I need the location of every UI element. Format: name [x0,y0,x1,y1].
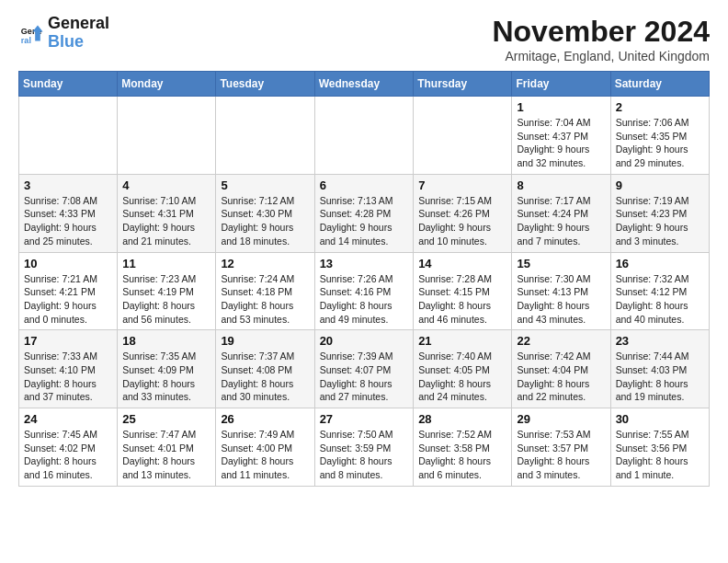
day-info: Sunrise: 7:49 AMSunset: 4:00 PMDaylight:… [221,428,309,482]
day-number: 5 [221,178,309,192]
location-title: Armitage, England, United Kingdom [492,49,710,63]
logo-text: General Blue [48,15,109,52]
day-cell: 4Sunrise: 7:10 AMSunset: 4:31 PMDaylight… [118,174,216,252]
day-number: 30 [616,412,704,426]
week-row-2: 3Sunrise: 7:08 AMSunset: 4:33 PMDaylight… [19,174,710,252]
day-info: Sunrise: 7:17 AMSunset: 4:24 PMDaylight:… [517,194,605,248]
day-info: Sunrise: 7:08 AMSunset: 4:33 PMDaylight:… [24,194,112,248]
day-number: 13 [320,257,409,270]
day-cell: 5Sunrise: 7:12 AMSunset: 4:30 PMDaylight… [216,174,314,252]
day-cell: 28Sunrise: 7:52 AMSunset: 3:58 PMDayligh… [414,408,512,487]
day-cell: 6Sunrise: 7:13 AMSunset: 4:28 PMDaylight… [314,174,414,252]
calendar-body: 1Sunrise: 7:04 AMSunset: 4:37 PMDaylight… [19,97,710,487]
day-cell: 16Sunrise: 7:32 AMSunset: 4:12 PMDayligh… [610,252,709,330]
day-cell: 19Sunrise: 7:37 AMSunset: 4:08 PMDayligh… [216,330,314,408]
day-number: 25 [122,412,210,426]
title-area: November 2024 Armitage, England, United … [492,15,710,63]
day-number: 9 [616,178,704,192]
day-info: Sunrise: 7:47 AMSunset: 4:01 PMDaylight:… [122,428,210,482]
day-number: 28 [418,412,506,426]
day-cell: 30Sunrise: 7:55 AMSunset: 3:56 PMDayligh… [610,408,709,487]
day-cell: 3Sunrise: 7:08 AMSunset: 4:33 PMDaylight… [19,174,118,252]
day-info: Sunrise: 7:37 AMSunset: 4:08 PMDaylight:… [221,350,309,404]
day-info: Sunrise: 7:28 AMSunset: 4:15 PMDaylight:… [418,272,506,327]
day-number: 16 [616,257,704,270]
day-number: 19 [221,334,309,348]
day-cell: 11Sunrise: 7:23 AMSunset: 4:19 PMDayligh… [118,252,216,330]
month-title: November 2024 [492,15,710,49]
day-cell: 20Sunrise: 7:39 AMSunset: 4:07 PMDayligh… [314,330,414,408]
header-cell-friday: Friday [512,72,610,97]
day-cell: 12Sunrise: 7:24 AMSunset: 4:18 PMDayligh… [216,252,314,330]
logo: Gene ral General Blue [18,15,109,52]
day-cell: 18Sunrise: 7:35 AMSunset: 4:09 PMDayligh… [118,330,216,408]
day-info: Sunrise: 7:39 AMSunset: 4:07 PMDaylight:… [320,350,409,404]
day-cell [118,97,216,175]
calendar-header: SundayMondayTuesdayWednesdayThursdayFrid… [19,72,710,97]
day-info: Sunrise: 7:24 AMSunset: 4:18 PMDaylight:… [221,272,309,327]
day-info: Sunrise: 7:19 AMSunset: 4:23 PMDaylight:… [616,194,704,248]
day-cell [414,97,512,175]
day-info: Sunrise: 7:50 AMSunset: 3:59 PMDaylight:… [320,428,409,482]
day-cell: 24Sunrise: 7:45 AMSunset: 4:02 PMDayligh… [19,408,118,487]
week-row-4: 17Sunrise: 7:33 AMSunset: 4:10 PMDayligh… [19,330,710,408]
day-cell: 21Sunrise: 7:40 AMSunset: 4:05 PMDayligh… [414,330,512,408]
day-info: Sunrise: 7:23 AMSunset: 4:19 PMDaylight:… [122,272,210,327]
svg-text:ral: ral [21,35,31,44]
week-row-5: 24Sunrise: 7:45 AMSunset: 4:02 PMDayligh… [19,408,710,487]
day-info: Sunrise: 7:12 AMSunset: 4:30 PMDaylight:… [221,194,309,248]
day-info: Sunrise: 7:33 AMSunset: 4:10 PMDaylight:… [24,350,112,404]
day-cell: 7Sunrise: 7:15 AMSunset: 4:26 PMDaylight… [414,174,512,252]
day-number: 20 [320,334,409,348]
day-info: Sunrise: 7:44 AMSunset: 4:03 PMDaylight:… [616,350,704,404]
day-number: 21 [418,334,506,348]
day-number: 11 [122,257,210,270]
day-info: Sunrise: 7:52 AMSunset: 3:58 PMDaylight:… [418,428,506,482]
day-number: 6 [320,178,409,192]
day-cell: 17Sunrise: 7:33 AMSunset: 4:10 PMDayligh… [19,330,118,408]
day-info: Sunrise: 7:10 AMSunset: 4:31 PMDaylight:… [122,194,210,248]
day-number: 8 [517,178,605,192]
day-cell: 13Sunrise: 7:26 AMSunset: 4:16 PMDayligh… [314,252,414,330]
calendar: SundayMondayTuesdayWednesdayThursdayFrid… [18,71,710,487]
day-info: Sunrise: 7:35 AMSunset: 4:09 PMDaylight:… [122,350,210,404]
day-number: 26 [221,412,309,426]
day-info: Sunrise: 7:32 AMSunset: 4:12 PMDaylight:… [616,272,704,327]
day-info: Sunrise: 7:42 AMSunset: 4:04 PMDaylight:… [517,350,605,404]
day-number: 15 [517,257,605,270]
header-cell-saturday: Saturday [610,72,709,97]
header-cell-wednesday: Wednesday [314,72,414,97]
header-cell-monday: Monday [118,72,216,97]
day-number: 24 [24,412,112,426]
header-cell-thursday: Thursday [414,72,512,97]
week-row-1: 1Sunrise: 7:04 AMSunset: 4:37 PMDaylight… [19,97,710,175]
day-info: Sunrise: 7:15 AMSunset: 4:26 PMDaylight:… [418,194,506,248]
day-cell: 8Sunrise: 7:17 AMSunset: 4:24 PMDaylight… [512,174,610,252]
day-info: Sunrise: 7:55 AMSunset: 3:56 PMDaylight:… [616,428,704,482]
week-row-3: 10Sunrise: 7:21 AMSunset: 4:21 PMDayligh… [19,252,710,330]
logo-line2: Blue [48,33,109,52]
day-cell: 2Sunrise: 7:06 AMSunset: 4:35 PMDaylight… [610,97,709,175]
day-cell: 29Sunrise: 7:53 AMSunset: 3:57 PMDayligh… [512,408,610,487]
day-cell: 10Sunrise: 7:21 AMSunset: 4:21 PMDayligh… [19,252,118,330]
day-number: 1 [517,100,605,114]
day-info: Sunrise: 7:40 AMSunset: 4:05 PMDaylight:… [418,350,506,404]
header-row: SundayMondayTuesdayWednesdayThursdayFrid… [19,72,710,97]
logo-icon: Gene ral [18,20,44,46]
day-info: Sunrise: 7:26 AMSunset: 4:16 PMDaylight:… [320,272,409,327]
day-cell: 9Sunrise: 7:19 AMSunset: 4:23 PMDaylight… [610,174,709,252]
header-cell-sunday: Sunday [19,72,118,97]
day-cell: 15Sunrise: 7:30 AMSunset: 4:13 PMDayligh… [512,252,610,330]
day-cell: 27Sunrise: 7:50 AMSunset: 3:59 PMDayligh… [314,408,414,487]
day-cell: 14Sunrise: 7:28 AMSunset: 4:15 PMDayligh… [414,252,512,330]
day-number: 7 [418,178,506,192]
day-number: 27 [320,412,409,426]
logo-line1: General [48,15,109,33]
day-cell [216,97,314,175]
day-number: 14 [418,257,506,270]
day-info: Sunrise: 7:53 AMSunset: 3:57 PMDaylight:… [517,428,605,482]
day-cell: 23Sunrise: 7:44 AMSunset: 4:03 PMDayligh… [610,330,709,408]
day-info: Sunrise: 7:21 AMSunset: 4:21 PMDaylight:… [24,272,112,327]
day-number: 3 [24,178,112,192]
day-cell [19,97,118,175]
